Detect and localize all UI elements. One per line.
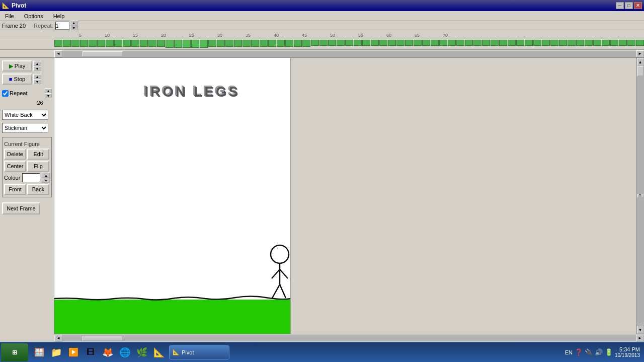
frame-cell[interactable] xyxy=(225,40,233,47)
maximize-button[interactable]: □ xyxy=(625,2,633,9)
menu-file[interactable]: File xyxy=(2,13,17,20)
hscroll-thumb[interactable] xyxy=(83,336,123,341)
colour-down[interactable]: ▼ xyxy=(42,178,50,183)
taskbar-icon-chrome[interactable]: 🌐 xyxy=(117,344,133,360)
timeline-scroll-thumb[interactable] xyxy=(83,51,123,56)
vscroll-down[interactable]: ▼ xyxy=(637,326,644,334)
frame-cell[interactable] xyxy=(388,40,396,46)
frame-cell[interactable] xyxy=(345,40,353,46)
stop-down[interactable]: ▼ xyxy=(33,79,41,84)
frame-cell[interactable] xyxy=(319,40,328,46)
frame-cell[interactable] xyxy=(362,40,370,46)
minimize-button[interactable]: ─ xyxy=(616,2,624,9)
frame-cell[interactable] xyxy=(251,40,259,47)
frame-cell[interactable] xyxy=(499,40,507,46)
taskbar-icon-windows[interactable]: 🪟 xyxy=(31,344,47,360)
flip-button[interactable]: Flip xyxy=(27,161,49,172)
frame-cell[interactable] xyxy=(550,40,558,46)
frame-cell[interactable] xyxy=(456,40,464,46)
frame-cell[interactable] xyxy=(491,40,499,46)
frame-cell[interactable] xyxy=(525,40,533,46)
frame-cell[interactable] xyxy=(157,40,165,47)
frame-cell[interactable] xyxy=(337,40,345,46)
frame-cell[interactable] xyxy=(208,40,216,47)
hscroll-left[interactable]: ◄ xyxy=(54,335,62,342)
taskbar-icon-firefox[interactable]: 🦊 xyxy=(100,344,116,360)
frame-cell[interactable] xyxy=(328,40,336,46)
back-button[interactable]: Back xyxy=(27,184,49,195)
menu-help[interactable]: Help xyxy=(50,13,68,20)
repeat-up[interactable]: ▲ xyxy=(45,88,52,93)
frame-cell[interactable] xyxy=(602,40,610,46)
frame-cell[interactable] xyxy=(302,40,310,47)
frame-cell[interactable] xyxy=(508,40,516,46)
frame-cell[interactable] xyxy=(354,40,362,46)
stop-button[interactable]: ■ Stop xyxy=(2,74,32,85)
frame-cell[interactable] xyxy=(260,40,268,47)
frame-cell[interactable] xyxy=(80,40,88,47)
timeline-frames[interactable] xyxy=(0,38,644,49)
frame-cell[interactable] xyxy=(627,40,635,46)
frame-cell[interactable] xyxy=(183,40,191,48)
edit-button[interactable]: Edit xyxy=(27,149,49,160)
frame-cell[interactable] xyxy=(636,40,644,46)
taskbar-icon-media[interactable]: ▶️ xyxy=(65,344,82,360)
hscroll-right[interactable]: ► xyxy=(636,335,644,342)
colour-up[interactable]: ▲ xyxy=(42,173,50,178)
frame-cell[interactable] xyxy=(268,40,276,47)
frame-cell[interactable] xyxy=(140,40,148,47)
menu-options[interactable]: Options xyxy=(21,13,46,20)
frame-cell[interactable] xyxy=(277,40,285,47)
timeline-scroll-right[interactable]: ► xyxy=(636,50,644,57)
frame-cell[interactable] xyxy=(311,40,319,46)
frame-cell[interactable] xyxy=(294,40,302,47)
center-button[interactable]: Center xyxy=(4,161,26,172)
repeat-down-top[interactable]: ▼ xyxy=(70,26,78,31)
frame-cell[interactable] xyxy=(191,40,199,48)
frame-cell[interactable] xyxy=(414,40,422,46)
play-down[interactable]: ▼ xyxy=(33,66,41,71)
frame-cell[interactable] xyxy=(97,40,105,47)
frame-cell[interactable] xyxy=(585,40,593,46)
frame-cell[interactable] xyxy=(431,40,439,46)
frame-cell[interactable] xyxy=(371,40,379,46)
frame-cell[interactable] xyxy=(405,40,413,46)
stop-up[interactable]: ▲ xyxy=(33,74,41,79)
frame-cell[interactable] xyxy=(439,40,447,46)
repeat-up-top[interactable]: ▲ xyxy=(70,21,78,26)
frame-cell[interactable] xyxy=(619,40,627,46)
delete-button[interactable]: Delete xyxy=(4,149,26,160)
taskbar-active-app[interactable]: 📐 Pivot xyxy=(169,345,229,359)
frame-cell[interactable] xyxy=(559,40,567,46)
frame-cell[interactable] xyxy=(234,40,242,47)
repeat-checkbox[interactable] xyxy=(2,90,9,97)
play-button[interactable]: ▶ Play xyxy=(2,60,32,71)
frame-cell[interactable] xyxy=(396,40,405,46)
frame-cell[interactable] xyxy=(593,40,601,46)
repeat-down[interactable]: ▼ xyxy=(45,93,52,98)
frame-cell[interactable] xyxy=(533,40,541,46)
taskbar-icon-pivot[interactable]: 🎞 xyxy=(83,344,99,360)
taskbar-icon-leaf[interactable]: 🌿 xyxy=(134,344,150,360)
timeline-scroll-left[interactable]: ◄ xyxy=(54,50,62,57)
frame-cell[interactable] xyxy=(131,40,139,47)
repeat-input-top[interactable] xyxy=(55,22,69,30)
frame-cell[interactable] xyxy=(610,40,618,46)
repeat-spinner-top[interactable]: ▲ ▼ xyxy=(70,21,78,31)
frame-cell[interactable] xyxy=(106,40,114,47)
frame-cell[interactable] xyxy=(473,40,481,46)
frame-cell[interactable] xyxy=(54,40,62,47)
vscroll-thumb[interactable] xyxy=(637,66,643,76)
vscroll-up[interactable]: ▲ xyxy=(637,58,644,66)
frame-cell[interactable] xyxy=(448,40,456,46)
frame-cell[interactable] xyxy=(465,40,473,46)
frame-cell[interactable] xyxy=(200,40,208,48)
frame-cell[interactable] xyxy=(576,40,584,46)
play-up[interactable]: ▲ xyxy=(33,61,41,66)
colour-input[interactable]: 100 xyxy=(22,173,40,182)
split-handle[interactable]: ⠿ xyxy=(637,194,644,198)
frame-cell[interactable] xyxy=(422,40,430,46)
taskbar-icon-files[interactable]: 📁 xyxy=(48,344,64,360)
taskbar-icon-pivot2[interactable]: 📐 xyxy=(151,344,167,360)
frame-cell[interactable] xyxy=(542,40,550,46)
